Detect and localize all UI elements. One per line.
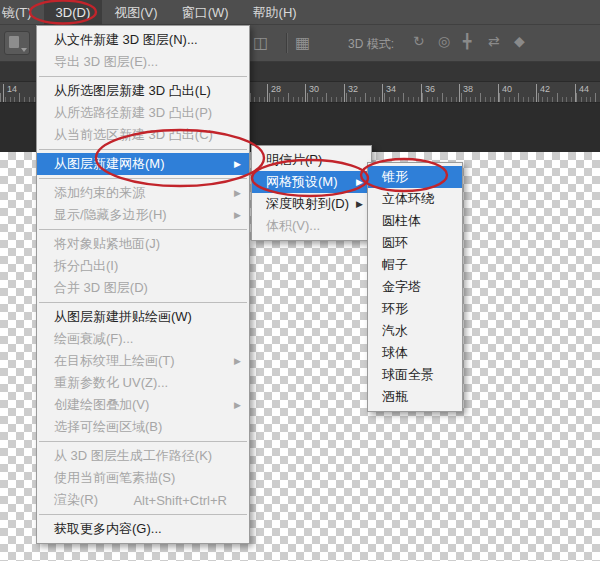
menu-item: 选择可绘画区域(B)	[37, 416, 249, 438]
preset-item[interactable]: 圆柱体	[368, 210, 462, 232]
menu-item: 拆分凸出(I)	[37, 255, 249, 277]
preset-item[interactable]: 球面全景	[368, 364, 462, 386]
ruler-unit-label: 36	[421, 84, 435, 102]
menu-item: 将对象贴紧地面(J)	[37, 233, 249, 255]
menu-item[interactable]: 获取更多内容(G)...	[37, 518, 249, 540]
menu-item-label: 金字塔	[382, 278, 421, 296]
menubar-item-4[interactable]: 帮助(H)	[241, 0, 309, 25]
menu-item-label: 深度映射到(D)	[266, 195, 349, 213]
menu-item-label: 导出 3D 图层(E)...	[54, 53, 158, 71]
menu-item: 从所选路径新建 3D 凸出(P)	[37, 102, 249, 124]
menu-item-label: 网格预设(M)	[266, 173, 338, 191]
menu-item[interactable]: 从所选图层新建 3D 凸出(L)	[37, 80, 249, 102]
menu-item-label: 球体	[382, 344, 408, 362]
preset-item[interactable]: 锥形	[368, 166, 462, 188]
preset-item[interactable]: 球体	[368, 342, 462, 364]
menu-separator	[39, 76, 247, 77]
menu-item-label: 添加约束的来源	[54, 184, 145, 202]
menu-item: 显示/隐藏多边形(H)▶	[37, 204, 249, 226]
ruler-unit-label: 34	[382, 84, 396, 102]
menu-item-label: 渲染(R)	[54, 491, 98, 509]
menu-item-label: 环形	[382, 300, 408, 318]
menu-item-label: 从图层新建拼贴绘画(W)	[54, 308, 192, 326]
menubar-item-0[interactable]: 镜(T)	[0, 0, 44, 25]
menu-item[interactable]: 从图层新建拼贴绘画(W)	[37, 306, 249, 328]
menu-separator	[39, 229, 247, 230]
menu-item: 在目标纹理上绘画(T)▶	[37, 350, 249, 372]
menu-item-label: 从文件新建 3D 图层(N)...	[54, 31, 198, 49]
menu-item[interactable]: 从图层新建网格(M)▶	[37, 153, 249, 175]
submenu-arrow-icon: ▶	[234, 159, 241, 169]
preset-item[interactable]: 金字塔	[368, 276, 462, 298]
axis-widget-icon[interactable]: ◫	[253, 31, 268, 55]
ruler-unit-label: 30	[305, 84, 319, 102]
orbit-3d-camera-icon[interactable]: ↻	[413, 33, 425, 49]
menu-separator	[39, 302, 247, 303]
mesh-grid-icon[interactable]: ▦	[295, 31, 310, 55]
menu-item: 使用当前画笔素描(S)	[37, 467, 249, 489]
menubar-item-2[interactable]: 视图(V)	[102, 0, 169, 25]
menubar-item-3d[interactable]: 3D(D)	[44, 0, 103, 25]
menu-item: 渲染(R)Alt+Shift+Ctrl+R	[37, 489, 249, 511]
menu-item-label: 明信片(P)	[266, 151, 322, 169]
menu-item-shortcut: Alt+Shift+Ctrl+R	[133, 493, 241, 508]
preset-item[interactable]: 帽子	[368, 254, 462, 276]
options-separator	[286, 33, 288, 53]
3d-menu-dropdown: 从文件新建 3D 图层(N)...导出 3D 图层(E)...从所选图层新建 3…	[36, 25, 250, 544]
ruler-unit-label: 42	[536, 84, 550, 102]
menu-item-label: 圆环	[382, 234, 408, 252]
submenu-arrow-icon: ▶	[234, 210, 241, 220]
ruler-unit-label: 44	[575, 84, 589, 102]
menu-item-label: 立体环绕	[382, 190, 434, 208]
menubar-item-3[interactable]: 窗口(W)	[170, 0, 241, 25]
menu-item-label: 从 3D 图层生成工作路径(K)	[54, 447, 212, 465]
preset-item[interactable]: 汽水	[368, 320, 462, 342]
menu-item: 合并 3D 图层(D)	[37, 277, 249, 299]
roll-3d-camera-icon[interactable]: ◎	[438, 33, 450, 49]
menu-item-label: 选择可绘画区域(B)	[54, 418, 162, 436]
menu-item-label: 球面全景	[382, 366, 434, 384]
photoshop-window: 镜(T)3D(D)视图(V)窗口(W)帮助(H) 3D 模式: ◫▦↻◎╋⇄◆ …	[0, 0, 600, 561]
menu-item-label: 将对象贴紧地面(J)	[54, 235, 160, 253]
preset-item[interactable]: 环形	[368, 298, 462, 320]
submenu-item[interactable]: 明信片(P)	[252, 149, 371, 171]
submenu-item[interactable]: 网格预设(M)▶	[252, 171, 371, 193]
menu-item: 重新参数化 UV(Z)...	[37, 372, 249, 394]
menu-item-label: 体积(V)...	[266, 217, 320, 235]
menu-item-label: 绘画衰减(F)...	[54, 330, 133, 348]
chevron-down-icon	[21, 48, 27, 52]
submenu-arrow-icon: ▶	[234, 356, 241, 366]
submenu-arrow-icon: ▶	[234, 400, 241, 410]
menu-item[interactable]: 从文件新建 3D 图层(N)...	[37, 29, 249, 51]
menu-item: 从当前选区新建 3D 凸出(C)	[37, 124, 249, 146]
menu-item: 创建绘图叠加(V)▶	[37, 394, 249, 416]
preset-item[interactable]: 酒瓶	[368, 386, 462, 408]
menu-item-label: 酒瓶	[382, 388, 408, 406]
ruler-unit-label: 40	[498, 84, 512, 102]
3d-mode-label: 3D 模式:	[348, 36, 394, 53]
menu-item-label: 从所选路径新建 3D 凸出(P)	[54, 104, 212, 122]
ruler-unit-label: 28	[267, 84, 281, 102]
preset-item[interactable]: 圆环	[368, 232, 462, 254]
tool-preset-thumb-icon	[9, 36, 19, 48]
submenu-arrow-icon: ▶	[356, 177, 363, 187]
menu-item-label: 拆分凸出(I)	[54, 257, 118, 275]
submenu-arrow-icon: ▶	[234, 188, 241, 198]
menu-item-label: 帽子	[382, 256, 408, 274]
zoom-3d-camera-icon[interactable]: ◆	[514, 33, 525, 49]
menu-separator	[39, 441, 247, 442]
ruler-unit-label: 38	[459, 84, 473, 102]
menu-item-label: 获取更多内容(G)...	[54, 520, 162, 538]
submenu-item[interactable]: 深度映射到(D)▶	[252, 193, 371, 215]
menu-item-label: 重新参数化 UV(Z)...	[54, 374, 168, 392]
tool-preset-picker[interactable]	[4, 31, 30, 55]
menu-item-label: 使用当前画笔素描(S)	[54, 469, 175, 487]
menu-item-label: 显示/隐藏多边形(H)	[54, 206, 167, 224]
pan-3d-camera-icon[interactable]: ╋	[463, 33, 471, 49]
menu-item-label: 合并 3D 图层(D)	[54, 279, 148, 297]
preset-item[interactable]: 立体环绕	[368, 188, 462, 210]
ruler-unit-label: 14	[3, 84, 17, 102]
slide-3d-camera-icon[interactable]: ⇄	[488, 33, 500, 49]
ruler-unit-label: 32	[344, 84, 358, 102]
submenu-arrow-icon: ▶	[356, 199, 363, 209]
